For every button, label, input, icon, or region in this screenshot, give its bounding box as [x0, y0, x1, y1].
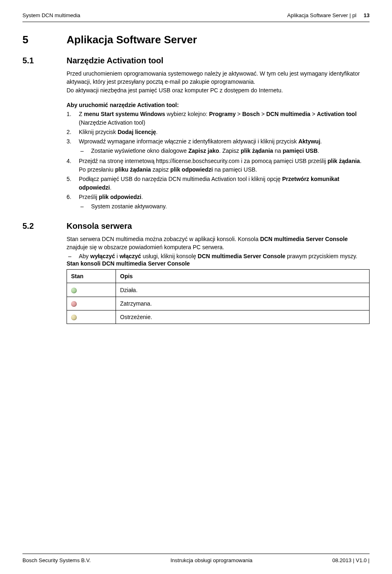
table-title: Stan konsoli DCN multimedia Server Conso…: [67, 260, 370, 267]
status-running-icon: [71, 288, 77, 293]
th-stan: Stan: [67, 270, 116, 283]
header-right: Aplikacja Software Server | pl 13: [287, 12, 370, 18]
step-2: 2. Kliknij przycisk Dodaj licencję.: [67, 128, 370, 136]
status-warning-icon: [71, 315, 77, 320]
status-stopped-icon: [71, 301, 77, 307]
step-6: 6. Prześlij plik odpowiedzi. – System zo…: [67, 193, 370, 212]
section-5-number: 5: [22, 34, 67, 46]
page-footer: Bosch Security Systems B.V. Instrukcja o…: [22, 554, 370, 563]
page-header: System DCN multimedia Aplikacja Software…: [22, 12, 370, 22]
section-5-2-number: 5.2: [22, 221, 67, 320]
console-bullet: – Aby wyłączyć i włączyć usługi, kliknij…: [67, 253, 370, 259]
step-6-sub: – System zostanie aktywowany.: [79, 202, 370, 211]
console-paragraph: Stan serwera DCN multimedia można zobacz…: [67, 235, 370, 252]
section-5-1-title: Narzędzie Activation tool: [67, 56, 370, 65]
step-1: 1. Z menu Start systemu Windows wybierz …: [67, 110, 370, 127]
header-left: System DCN multimedia: [22, 12, 80, 18]
section-5-2-title: Konsola serwera: [67, 221, 370, 231]
step-3: 3. Wprowadź wymagane informacje włącznie…: [67, 137, 370, 156]
footer-right: 08.2013 | V1.0 |: [332, 557, 370, 563]
section-5-1-number: 5.1: [22, 56, 67, 215]
footer-center: Instrukcja obsługi oprogramowania: [170, 557, 252, 563]
th-opis: Opis: [116, 270, 370, 283]
steps-list: 1. Z menu Start systemu Windows wybierz …: [67, 110, 370, 212]
status-table: Stan Opis Działa. Zatrzymana. Ostrzeżeni…: [67, 269, 370, 324]
step-5: 5. Podłącz pamięć USB do narzędzia DCN m…: [67, 175, 370, 192]
steps-heading: Aby uruchomić narzędzie Activation tool:: [67, 102, 370, 108]
step-4: 4. Przejdź na stronę internetową https:/…: [67, 157, 370, 174]
footer-left: Bosch Security Systems B.V.: [22, 557, 91, 563]
section-5-title: Aplikacja Software Server: [67, 34, 370, 46]
table-row: Zatrzymana.: [67, 297, 370, 310]
intro-paragraph: Przed uruchomieniem oprogramowania syste…: [67, 69, 370, 94]
step-3-sub: – Zostanie wyświetlone okno dialogowe Za…: [79, 147, 370, 155]
table-row: Ostrzeżenie.: [67, 310, 370, 324]
page-number: 13: [364, 12, 370, 18]
table-row: Działa.: [67, 283, 370, 297]
